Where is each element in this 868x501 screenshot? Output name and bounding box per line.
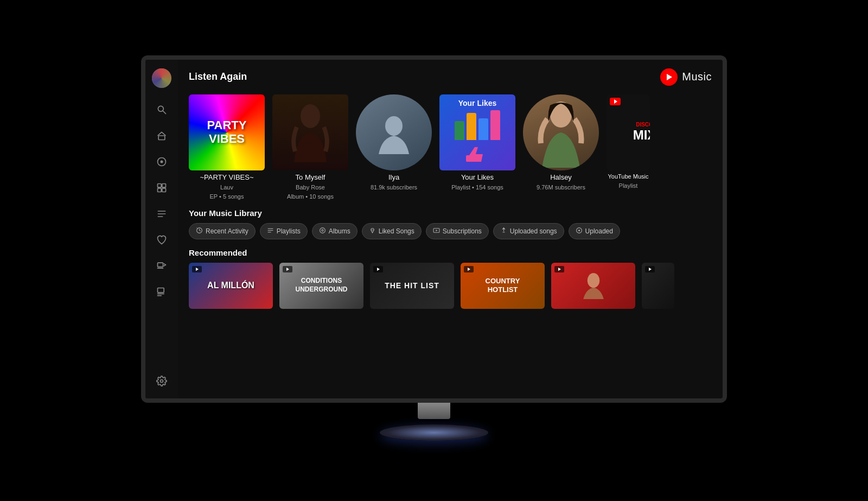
dark-card-bg xyxy=(642,263,674,309)
likes-bar-3 xyxy=(478,118,488,140)
halsey-image xyxy=(523,94,599,170)
recommended-section: Recommended AL MILLÓN xyxy=(189,248,712,309)
party-vibes-image: PARTYVIBES xyxy=(189,94,265,170)
chip-liked-songs[interactable]: Liked Songs xyxy=(362,223,422,239)
party-vibes-text: PARTYVIBES xyxy=(202,113,252,150)
svg-rect-5 xyxy=(158,183,162,187)
tv-display: Listen Again Music xyxy=(141,55,727,446)
recommended-title: Recommended xyxy=(189,248,712,257)
rec-card-country[interactable]: COUNTRYHOTLIST xyxy=(461,263,545,309)
country-yt-icon xyxy=(464,266,474,272)
explore-icon[interactable] xyxy=(151,151,173,173)
card-to-myself[interactable]: To Myself Baby Rose Album • 10 songs xyxy=(272,94,348,200)
party-vibes-sub2: EP • 5 songs xyxy=(189,193,265,200)
halsey-silhouette xyxy=(537,97,585,168)
tv-screen: Listen Again Music xyxy=(145,60,723,398)
chip-uploaded-songs[interactable]: Uploaded songs xyxy=(493,223,564,239)
home-icon[interactable] xyxy=(151,125,173,147)
filter-chips: Recent Activity Pl xyxy=(189,223,712,239)
yt-play-icon xyxy=(660,68,678,86)
rec-card-dark[interactable] xyxy=(642,263,674,309)
likes-card-title: Your Likes xyxy=(458,99,497,107)
likes-bar-2 xyxy=(467,113,476,140)
tv-stand xyxy=(380,403,488,446)
halsey-sub1: 9.76M subscribers xyxy=(523,184,599,191)
country-bg: COUNTRYHOTLIST xyxy=(461,263,545,309)
conditions-text: ConditionsUnderground xyxy=(291,272,352,298)
chip-liked-songs-label: Liked Songs xyxy=(379,227,414,235)
card-party-vibes[interactable]: PARTYVIBES ~PARTY VIBES~ Lauv EP • 5 son… xyxy=(189,94,265,200)
red-yt-icon xyxy=(554,266,564,272)
discover-title: YouTube Music xyxy=(607,173,650,180)
avatar[interactable] xyxy=(152,68,171,88)
to-myself-sub1: Baby Rose xyxy=(272,184,348,191)
hitlist-text: THE HIT LIST xyxy=(380,277,444,295)
settings-icon[interactable] xyxy=(151,370,173,392)
liked-songs-chip-icon xyxy=(369,227,376,236)
country-text: COUNTRYHOTLIST xyxy=(481,272,525,298)
svg-point-33 xyxy=(578,229,579,231)
recommended-cards: AL MILLÓN ConditionsUnderground xyxy=(189,263,712,309)
music-library-section: Your Music Library R xyxy=(189,208,712,239)
ilya-title: Ilya xyxy=(356,173,432,181)
liked-icon[interactable] xyxy=(151,229,173,251)
tv-frame: Listen Again Music xyxy=(141,55,727,403)
person-silhouette xyxy=(289,103,332,162)
discover-yt-badge xyxy=(610,98,621,105)
card-your-likes[interactable]: Your Likes xyxy=(439,94,515,200)
queue-icon[interactable] xyxy=(151,281,173,303)
listen-again-title: Listen Again xyxy=(189,71,247,83)
chip-albums[interactable]: Albums xyxy=(312,223,358,239)
svg-point-21 xyxy=(385,116,403,136)
chip-albums-label: Albums xyxy=(329,227,350,235)
svg-point-4 xyxy=(161,160,163,163)
almillon-text: AL MILLÓN xyxy=(203,276,259,295)
to-myself-title: To Myself xyxy=(272,173,348,181)
svg-rect-16 xyxy=(158,288,164,292)
sidebar xyxy=(145,60,178,398)
chip-subscriptions[interactable]: Subscriptions xyxy=(426,223,489,239)
ilya-silhouette xyxy=(372,111,416,154)
svg-line-1 xyxy=(163,111,166,113)
svg-rect-6 xyxy=(162,183,166,187)
svg-point-29 xyxy=(322,229,323,231)
card-ilya[interactable]: Ilya 81.9k subscribers xyxy=(356,94,432,200)
rec-card-almillon[interactable]: AL MILLÓN xyxy=(189,263,273,309)
card-halsey[interactable]: Halsey 9.76M subscribers xyxy=(523,94,599,200)
subscriptions-chip-icon xyxy=(433,227,440,236)
card-discover[interactable]: DISCO MIX xyxy=(607,94,650,200)
chip-uploaded[interactable]: Uploaded xyxy=(569,223,620,239)
svg-marker-31 xyxy=(436,229,437,231)
your-likes-sub1: Playlist • 154 songs xyxy=(439,184,515,191)
recent-activity-icon xyxy=(196,227,203,236)
chip-recent-activity[interactable]: Recent Activity xyxy=(189,223,256,239)
discover-image: DISCO MIX xyxy=(607,94,650,170)
ilya-sub1: 81.9k subscribers xyxy=(356,184,432,191)
search-icon[interactable] xyxy=(151,99,173,121)
tv-stand-neck xyxy=(418,403,450,419)
svg-line-14 xyxy=(164,264,165,265)
likes-bar-4 xyxy=(490,110,500,140)
rec-card-hitlist[interactable]: THE HIT LIST xyxy=(370,263,454,309)
yt-music-text: Music xyxy=(682,71,712,83)
uploaded-songs-chip-icon xyxy=(500,227,507,236)
rec-card-conditions[interactable]: ConditionsUnderground xyxy=(279,263,363,309)
chip-playlists-label: Playlists xyxy=(277,227,301,235)
hitlist-yt-icon xyxy=(373,266,383,272)
main-content: Listen Again Music xyxy=(178,60,723,398)
video-playlist-icon[interactable] xyxy=(151,255,173,277)
chip-playlists[interactable]: Playlists xyxy=(260,223,308,239)
svg-point-19 xyxy=(161,379,163,382)
playlist-icon[interactable] xyxy=(151,203,173,225)
listen-again-cards: PARTYVIBES ~PARTY VIBES~ Lauv EP • 5 son… xyxy=(189,94,712,200)
library-grid-icon[interactable] xyxy=(151,177,173,199)
your-likes-image: Your Likes xyxy=(439,94,515,170)
rec-card-red[interactable] xyxy=(551,263,635,309)
svg-rect-2 xyxy=(158,136,165,140)
likes-bar-1 xyxy=(455,121,464,140)
yt-music-logo: Music xyxy=(660,68,712,86)
playlists-chip-icon xyxy=(267,227,274,236)
uploaded-chip-icon xyxy=(576,227,583,236)
hitlist-bg: THE HIT LIST xyxy=(370,263,454,309)
to-myself-sub2: Album • 10 songs xyxy=(272,193,348,200)
